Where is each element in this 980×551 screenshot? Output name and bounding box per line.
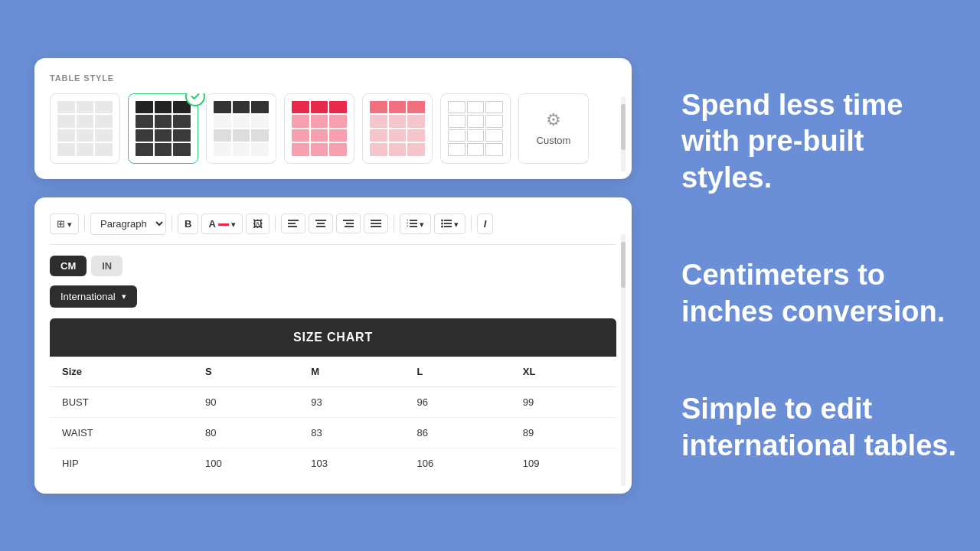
style-custom[interactable]: ⚙ Custom: [518, 93, 589, 164]
style-plain[interactable]: [50, 93, 120, 164]
style-stripe[interactable]: [206, 93, 276, 164]
scrollbar-thumb-top: [621, 104, 626, 150]
svg-rect-8: [345, 226, 354, 227]
right-panel: Spend less time with pre-built styles. C…: [658, 0, 980, 551]
font-color-chevron: [231, 218, 236, 230]
align-left-button[interactable]: [281, 214, 305, 233]
align-center-icon: [315, 218, 326, 229]
bold-button[interactable]: B: [178, 214, 198, 234]
bold-icon: B: [185, 218, 191, 230]
justify-icon: [371, 218, 381, 229]
italic-button[interactable]: I: [477, 214, 494, 234]
svg-rect-11: [371, 226, 381, 227]
style-preview-outline: [448, 101, 503, 156]
left-panel: TABLE STYLE: [0, 0, 658, 551]
align-right-button[interactable]: [336, 214, 361, 233]
svg-rect-3: [315, 220, 326, 221]
svg-rect-19: [444, 223, 452, 224]
style-outline[interactable]: [440, 93, 511, 164]
style-pink[interactable]: [362, 93, 433, 164]
custom-label: Custom: [537, 135, 571, 146]
dropdown-chevron: [122, 291, 126, 302]
row-waist-xl: 89: [511, 417, 616, 448]
ordered-list-button[interactable]: 123: [400, 214, 431, 234]
table-style-card: TABLE STYLE: [34, 58, 632, 179]
image-button[interactable]: 🖼: [246, 214, 270, 234]
svg-text:3: 3: [407, 224, 409, 228]
svg-rect-13: [410, 223, 417, 224]
svg-rect-6: [343, 220, 354, 221]
image-icon: 🖼: [253, 218, 263, 230]
cm-button[interactable]: CM: [50, 256, 87, 276]
row-bust-label: BUST: [50, 386, 193, 417]
row-hip-s: 100: [193, 448, 299, 478]
justify-button[interactable]: [364, 214, 388, 233]
size-chart-title: SIZE CHART: [50, 318, 616, 357]
international-label: International: [60, 291, 116, 302]
row-bust-l: 96: [405, 386, 511, 417]
toolbar-divider-5: [471, 215, 472, 232]
table-row: BUST 90 93 96 99: [50, 386, 616, 417]
align-left-icon: [288, 218, 299, 229]
font-color-button[interactable]: A: [201, 214, 242, 234]
align-center-button[interactable]: [309, 214, 333, 233]
toolbar-divider-2: [172, 215, 172, 232]
font-color-icon: A: [208, 218, 215, 230]
table-icon: ⊞: [57, 218, 65, 230]
in-button[interactable]: IN: [91, 256, 122, 276]
svg-rect-14: [410, 226, 417, 227]
row-bust-m: 93: [299, 386, 404, 417]
table-button[interactable]: ⊞: [50, 214, 79, 234]
style-preview-pink: [370, 101, 425, 156]
align-right-icon: [343, 218, 354, 229]
size-chart: SIZE CHART Size S M L XL BUST 90 93: [50, 318, 616, 478]
style-preview-dark: [136, 101, 191, 156]
gear-icon: ⚙: [546, 110, 561, 130]
paragraph-select[interactable]: Paragraph: [90, 213, 166, 235]
col-size: Size: [50, 357, 193, 387]
svg-point-22: [441, 223, 443, 225]
row-hip-label: HIP: [50, 448, 193, 478]
tagline-1: Spend less time with pre-built styles.: [681, 87, 957, 197]
editor-card: ⊞ Paragraph B A 🖼: [34, 197, 632, 494]
unordered-list-button[interactable]: [434, 214, 466, 234]
svg-rect-12: [410, 220, 417, 221]
unordered-list-icon: [441, 218, 452, 229]
toolbar: ⊞ Paragraph B A 🖼: [50, 213, 616, 245]
style-dark[interactable]: [128, 93, 198, 164]
svg-rect-2: [288, 226, 297, 227]
svg-rect-5: [316, 226, 325, 227]
ordered-list-icon: 123: [407, 218, 417, 229]
style-grid: ⚙ Custom: [50, 93, 616, 164]
svg-rect-9: [371, 220, 381, 221]
unordered-list-chevron: [454, 218, 459, 230]
style-red[interactable]: [284, 93, 354, 164]
col-l: L: [405, 357, 511, 387]
svg-rect-20: [444, 226, 452, 227]
col-m: M: [299, 357, 404, 387]
style-preview-stripe: [214, 101, 269, 156]
row-hip-l: 106: [405, 448, 511, 478]
svg-rect-0: [288, 220, 299, 221]
style-preview-red: [292, 101, 347, 156]
scrollbar-thumb-bottom: [621, 242, 626, 288]
svg-rect-7: [346, 223, 354, 224]
toolbar-divider-3: [275, 215, 276, 232]
scrollbar-bottom[interactable]: [621, 234, 626, 486]
svg-rect-18: [444, 220, 452, 221]
col-s: S: [193, 357, 299, 387]
style-preview-plain: [57, 101, 113, 156]
svg-point-21: [441, 220, 443, 222]
table-header-row: Size S M L XL: [50, 357, 616, 387]
international-dropdown[interactable]: International: [50, 285, 137, 308]
unit-toggle-group: CM IN: [50, 256, 616, 276]
tagline-2: Centimeters to inches conversion.: [681, 257, 957, 330]
row-bust-s: 90: [193, 386, 299, 417]
svg-rect-10: [371, 223, 381, 224]
scrollbar-top[interactable]: [621, 96, 626, 171]
toolbar-divider-1: [84, 215, 85, 232]
toolbar-divider-4: [394, 215, 394, 232]
row-hip-m: 103: [299, 448, 404, 478]
table-row: HIP 100 103 106 109: [50, 448, 616, 478]
svg-point-23: [441, 226, 443, 228]
